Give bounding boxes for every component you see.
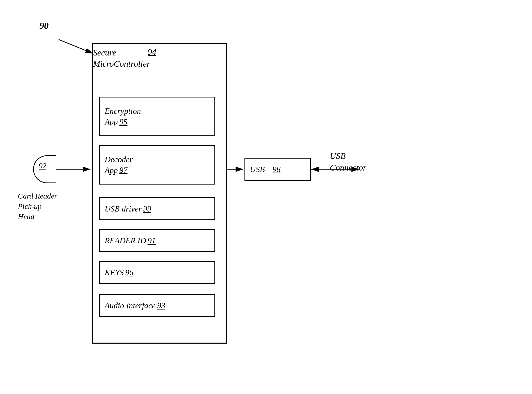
keys-box: KEYS 96 [99,261,215,284]
usb-connector-line2: Connector [330,163,366,172]
encryption-app-box: Encryption App 95 [99,97,215,136]
usb-box-ref: 98 [272,165,281,174]
usb-box: USB 98 [244,158,311,181]
secure-mc-text-line2: MicroController [93,59,150,68]
card-reader-line1: Card Reader [18,192,57,200]
usb-box-label: USB [250,165,265,174]
reader-id-ref: 91 [148,236,156,245]
secure-mc-label: Secure MicroController [93,47,150,69]
reader-id-box: READER ID 91 [99,229,215,252]
keys-label: KEYS [105,268,124,277]
audio-label: Audio Interface [105,301,156,310]
decoder-app-label2: App [105,165,118,176]
svg-line-3 [59,39,93,53]
ref-94: 94 [148,47,156,57]
usb-driver-label: USB driver [105,204,142,214]
decoder-app-ref: 97 [119,165,128,176]
card-reader-line2: Pick-up [18,202,42,210]
decoder-app-box: Decoder App 97 [99,145,215,185]
usb-connector-line1: USB [330,151,346,161]
secure-mc-text-line1: Secure [93,48,116,57]
audio-ref: 93 [157,301,165,310]
card-reader-label: Card Reader Pick-up Head [18,191,57,222]
encryption-app-ref: 95 [119,117,128,127]
usb-connector-label: USB Connector [330,150,366,174]
diagram: 90 Secure MicroController 94 Encryption … [0,0,532,394]
encryption-app-label: Encryption [105,106,141,117]
reader-id-label: READER ID [105,236,146,245]
audio-interface-box: Audio Interface 93 [99,294,215,317]
diagram-arrows [0,0,532,394]
keys-ref: 96 [125,268,133,277]
ref-90-label: 90 [39,20,49,31]
usb-driver-ref: 99 [143,204,151,214]
card-reader-line3: Head [18,212,34,221]
decoder-app-label: Decoder [105,155,133,164]
encryption-app-label2: App [105,117,118,127]
usb-driver-box: USB driver 99 [99,197,215,220]
ref-92: 92 [39,161,46,170]
